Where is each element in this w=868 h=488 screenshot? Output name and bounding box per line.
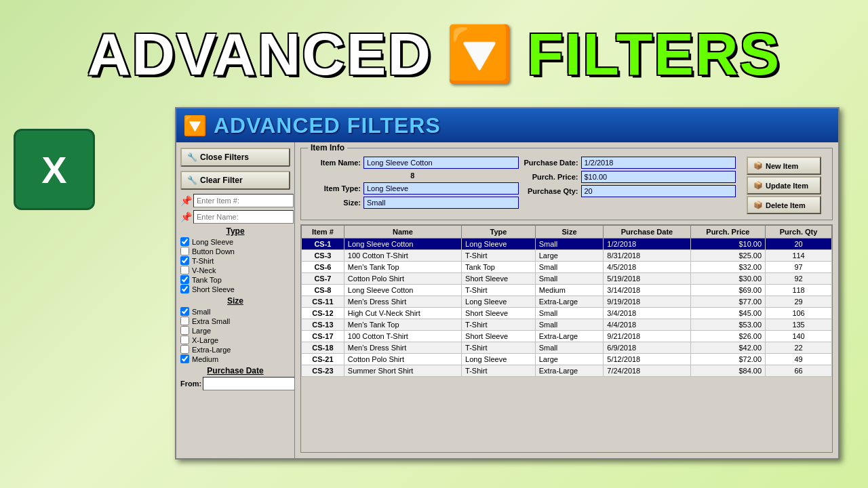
table-cell: Short Sleeve	[462, 273, 536, 285]
new-item-icon: 📦	[753, 161, 763, 170]
purch-price-input[interactable]	[581, 171, 736, 183]
table-row[interactable]: CS-12High Cut V-Neck ShirtShort SleeveSm…	[302, 308, 832, 319]
clear-filter-button[interactable]: 🔧 Clear Filter	[180, 171, 290, 190]
item-size-field: Size:	[307, 197, 519, 209]
table-cell: 118	[766, 285, 832, 296]
type-checkbox-item[interactable]: Short Sleeve	[180, 285, 290, 293]
table-row[interactable]: CS-6Men's Tank TopTank TopSmall4/5/2018$…	[302, 262, 832, 273]
table-header-cell: Type	[462, 226, 536, 239]
table-row[interactable]: CS-8Long Sleeve CottonT-ShirtMedium3/14/…	[302, 285, 832, 296]
table-cell: T-Shirt	[462, 365, 536, 377]
purchase-qty-field: Purchase Qty:	[524, 185, 736, 197]
table-cell: Small	[535, 342, 604, 354]
table-row[interactable]: CS-17100 Cotton T-ShirtShort SleeveExtra…	[302, 331, 832, 342]
type-checkboxes: Long SleeveButton DownT-ShirtV-NeckTank …	[180, 237, 290, 293]
size-checkbox-item[interactable]: Large	[180, 326, 290, 335]
table-cell: 22	[766, 342, 832, 354]
table-row[interactable]: CS-11Men's Dress ShirtLong SleeveExtra-L…	[302, 296, 832, 308]
purchase-qty-input[interactable]	[581, 185, 736, 197]
table-cell: Medium	[535, 285, 604, 296]
size-checkbox-item[interactable]: Extra-Large	[180, 345, 290, 354]
type-checkbox-item[interactable]: Button Down	[180, 247, 290, 256]
table-body: CS-1Long Sleeve CottonLong SleeveSmall1/…	[302, 239, 832, 377]
from-date-input[interactable]	[203, 377, 295, 390]
update-item-icon: 📦	[753, 181, 763, 190]
size-checkbox-item[interactable]: Small	[180, 307, 290, 316]
item-name-label: Item Name:	[307, 159, 361, 167]
size-checkbox-item[interactable]: Medium	[180, 354, 290, 363]
name-input-row: 📌	[180, 210, 290, 224]
close-filters-button[interactable]: 🔧 Close Filters	[180, 148, 290, 167]
type-checkbox-item[interactable]: Tank Top	[180, 275, 290, 284]
table-cell: Small	[535, 239, 604, 250]
table-cell: 9/21/2018	[604, 331, 690, 342]
item-num-input[interactable]	[193, 194, 294, 207]
table-row[interactable]: CS-7Cotton Polo ShirtShort SleeveSmall5/…	[302, 273, 832, 285]
delete-item-icon: 📦	[753, 201, 763, 209]
item-name-input[interactable]	[363, 157, 519, 169]
table-cell: CS-8	[302, 285, 344, 296]
update-item-button[interactable]: 📦 Update Item	[747, 176, 821, 195]
table-cell: 20	[766, 239, 832, 250]
table-cell: Summer Short Shirt	[344, 365, 461, 377]
table-cell: 100 Cotton T-Shirt	[344, 331, 461, 342]
table-cell: 4/5/2018	[604, 262, 690, 273]
table-cell: 97	[766, 262, 832, 273]
table-cell: $77.00	[690, 296, 765, 308]
table-cell: 6/9/2018	[604, 342, 690, 354]
table-cell: High Cut V-Neck Shirt	[344, 308, 461, 319]
type-section-title: Type	[180, 226, 290, 236]
purchase-date-label: Purchase Date:	[524, 159, 578, 167]
table-cell: Long Sleeve	[462, 239, 536, 250]
table-cell: $25.00	[690, 250, 765, 262]
table-cell: 9/19/2018	[604, 296, 690, 308]
table-cell: $10.00	[690, 239, 765, 250]
new-item-button[interactable]: 📦 New Item	[747, 157, 821, 175]
table-cell: CS-13	[302, 319, 344, 331]
table-cell: $69.00	[690, 285, 765, 296]
filter-icon: 🔽	[183, 115, 207, 137]
table-header-cell: Item #	[302, 226, 344, 239]
funnel-icon: 🔽	[446, 22, 513, 86]
item-size-input[interactable]	[363, 197, 519, 209]
table-cell: CS-17	[302, 331, 344, 342]
purchase-date-section-title: Purchase Date	[180, 366, 290, 375]
table-cell: Long Sleeve	[462, 296, 536, 308]
name-input[interactable]	[193, 210, 294, 224]
purchase-date-input[interactable]	[581, 157, 736, 169]
table-header-cell: Purch. Price	[690, 226, 765, 239]
size-checkbox-item[interactable]: X-Large	[180, 336, 290, 344]
item-type-input[interactable]	[363, 182, 519, 195]
purch-price-label: Purch. Price:	[524, 173, 578, 181]
from-input-row: From:	[180, 377, 290, 390]
delete-item-button[interactable]: 📦 Delete Item	[747, 196, 821, 214]
excel-logo: X	[14, 129, 95, 210]
table-row[interactable]: CS-3100 Cotton T-ShirtT-ShirtLarge8/31/2…	[302, 250, 832, 262]
table-cell: CS-6	[302, 262, 344, 273]
table-row[interactable]: CS-18Men's Dress ShirtT-ShirtSmall6/9/20…	[302, 342, 832, 354]
table-cell: 7/24/2018	[604, 365, 690, 377]
table-cell: $53.00	[690, 319, 765, 331]
table-cell: 3/14/2018	[604, 285, 690, 296]
type-checkbox-item[interactable]: T-Shirt	[180, 256, 290, 265]
purch-price-field: Purch. Price:	[524, 171, 736, 183]
table-row[interactable]: CS-23Summer Short ShirtT-ShirtExtra-Larg…	[302, 365, 832, 377]
table-row[interactable]: CS-13Men's Tank TopT-ShirtSmall4/4/2018$…	[302, 319, 832, 331]
table-cell: Men's Tank Top	[344, 262, 461, 273]
table-cell: $72.00	[690, 354, 765, 365]
table-cell: Cotton Polo Shirt	[344, 273, 461, 285]
table-cell: CS-18	[302, 342, 344, 354]
table-row[interactable]: CS-1Long Sleeve CottonLong SleeveSmall1/…	[302, 239, 832, 250]
table-row[interactable]: CS-21Cotton Polo ShirtLong SleeveLarge5/…	[302, 354, 832, 365]
size-checkbox-item[interactable]: Extra Small	[180, 317, 290, 325]
type-checkbox-item[interactable]: V-Neck	[180, 266, 290, 274]
pin-icon-1: 📌	[180, 195, 192, 206]
dialog-body: 🔧 Close Filters 🔧 Clear Filter 📌 📌 Type …	[176, 142, 838, 458]
data-table-container[interactable]: Item #NameTypeSizePurchase DatePurch. Pr…	[300, 224, 833, 453]
table-cell: $26.00	[690, 331, 765, 342]
type-checkbox-item[interactable]: Long Sleeve	[180, 237, 290, 246]
table-cell: $42.00	[690, 342, 765, 354]
table-cell: CS-11	[302, 296, 344, 308]
table-cell: T-Shirt	[462, 319, 536, 331]
table-cell: Men's Tank Top	[344, 319, 461, 331]
